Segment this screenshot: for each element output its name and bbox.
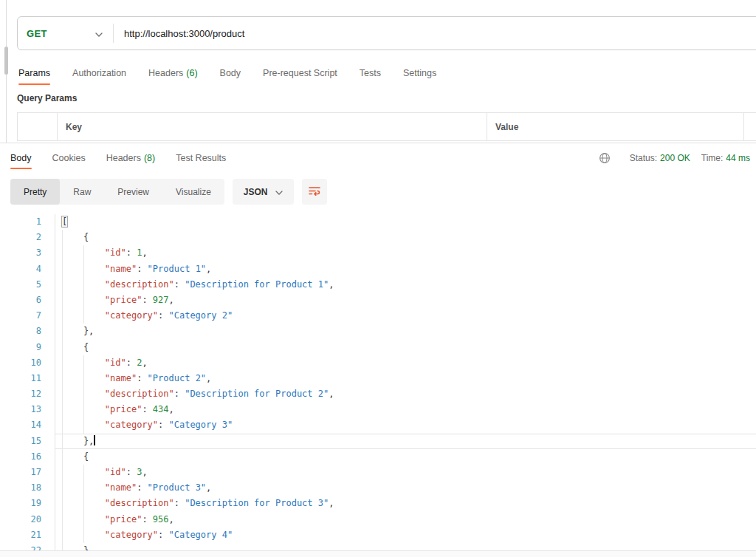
view-tab-visualize[interactable]: Visualize bbox=[162, 179, 224, 205]
param-checkbox-cell bbox=[18, 113, 58, 140]
indent-guide bbox=[62, 402, 63, 417]
wrap-text-icon bbox=[308, 184, 321, 199]
indent-guide bbox=[62, 496, 63, 511]
line-number: 20 bbox=[0, 512, 55, 527]
line-number: 18 bbox=[0, 480, 55, 496]
indent-guide bbox=[62, 480, 63, 496]
indent-guide bbox=[62, 465, 63, 480]
query-params-table-header: Key Value bbox=[17, 112, 756, 141]
view-tab-preview[interactable]: Preview bbox=[104, 179, 162, 205]
line-number: 4 bbox=[0, 262, 55, 277]
line-content: { bbox=[55, 449, 756, 465]
indent-guide bbox=[83, 262, 84, 277]
tab-label: Authorization bbox=[72, 68, 126, 78]
indent-guide bbox=[83, 355, 84, 371]
format-selector[interactable]: JSON bbox=[233, 179, 294, 205]
tab-label: Pre-request Script bbox=[263, 68, 337, 78]
url-input[interactable]: http://localhost:3000/product bbox=[114, 28, 756, 39]
request-tab-settings[interactable]: Settings bbox=[403, 62, 436, 84]
line-number: 5 bbox=[0, 277, 55, 293]
response-view-toolbar: PrettyRawPreviewVisualize JSON bbox=[10, 179, 327, 205]
indent-guide bbox=[62, 230, 63, 245]
tab-label: Headers bbox=[106, 153, 141, 163]
indent-guide bbox=[62, 308, 63, 324]
code-line: 12 "description": "Description for Produ… bbox=[0, 386, 756, 402]
response-meta: Status: 200 OK Time: 44 ms bbox=[599, 148, 750, 168]
line-number: 14 bbox=[0, 417, 55, 433]
wrap-text-button[interactable] bbox=[302, 179, 327, 205]
indent-guide bbox=[83, 527, 84, 543]
code-line: 14 "category": "Category 3" bbox=[0, 417, 756, 433]
indent-guide bbox=[83, 308, 84, 324]
request-url-bar: GET http://localhost:3000/product bbox=[17, 16, 756, 50]
line-number: 7 bbox=[0, 308, 55, 324]
line-content: "name": "Product 2", bbox=[55, 371, 756, 386]
status-value: 200 OK bbox=[660, 153, 690, 163]
indent-guide bbox=[62, 543, 63, 550]
indent-guide bbox=[83, 496, 84, 511]
code-line: 1[ bbox=[0, 214, 756, 230]
indent-guide bbox=[62, 262, 63, 277]
tab-label: Settings bbox=[403, 68, 436, 78]
line-content: "description": "Description for Product … bbox=[55, 386, 756, 402]
line-number: 12 bbox=[0, 386, 55, 402]
request-tab-body[interactable]: Body bbox=[220, 62, 241, 84]
response-tab-headers[interactable]: Headers(8) bbox=[106, 148, 156, 168]
line-content: } bbox=[55, 543, 756, 550]
request-tab-authorization[interactable]: Authorization bbox=[72, 62, 126, 84]
code-line: 19 "description": "Description for Produ… bbox=[0, 496, 756, 511]
time-value: 44 ms bbox=[726, 153, 750, 163]
request-tab-headers[interactable]: Headers(6) bbox=[148, 62, 198, 84]
line-number: 16 bbox=[0, 449, 55, 465]
format-label: JSON bbox=[244, 187, 268, 197]
indent-guide bbox=[62, 245, 63, 261]
code-line: 7 "category": "Category 2" bbox=[0, 308, 756, 324]
code-line: 11 "name": "Product 2", bbox=[0, 371, 756, 386]
response-tab-test-results[interactable]: Test Results bbox=[176, 148, 226, 168]
response-tab-cookies[interactable]: Cookies bbox=[52, 148, 86, 168]
tab-label: Body bbox=[220, 68, 241, 78]
code-line: 16 { bbox=[0, 449, 756, 465]
code-line: 18 "name": "Product 3", bbox=[0, 480, 756, 496]
request-tab-params[interactable]: Params bbox=[18, 62, 50, 84]
indent-guide bbox=[62, 355, 63, 371]
line-content: }, bbox=[55, 434, 756, 449]
network-globe-icon[interactable] bbox=[599, 152, 611, 164]
response-tabs: BodyCookiesHeaders(8)Test Results bbox=[10, 148, 226, 168]
view-tab-pretty[interactable]: Pretty bbox=[10, 179, 60, 205]
indent-guide bbox=[62, 293, 63, 308]
indent-guide bbox=[62, 324, 63, 339]
indent-guide bbox=[83, 371, 84, 386]
line-content: "description": "Description for Product … bbox=[55, 277, 756, 293]
view-tab-raw[interactable]: Raw bbox=[60, 179, 104, 205]
tab-label: Cookies bbox=[52, 153, 86, 163]
line-number: 9 bbox=[0, 340, 55, 355]
code-line: 5 "description": "Description for Produc… bbox=[0, 277, 756, 293]
sidebar-scrollbar-thumb[interactable] bbox=[4, 47, 8, 75]
tab-label: Body bbox=[10, 153, 32, 163]
request-tab-tests[interactable]: Tests bbox=[360, 62, 381, 84]
line-content: "id": 1, bbox=[55, 245, 756, 261]
indent-guide bbox=[83, 277, 84, 293]
line-content: "id": 2, bbox=[55, 355, 756, 371]
code-line: 4 "name": "Product 1", bbox=[0, 262, 756, 277]
chevron-down-icon bbox=[275, 187, 283, 197]
line-content: "name": "Product 3", bbox=[55, 480, 756, 496]
code-line: 6 "price": 927, bbox=[0, 293, 756, 308]
line-number: 10 bbox=[0, 355, 55, 371]
line-number: 15 bbox=[0, 434, 55, 449]
method-selector[interactable]: GET bbox=[18, 17, 113, 49]
view-mode-segmented-control: PrettyRawPreviewVisualize bbox=[10, 179, 224, 205]
tab-label: Headers bbox=[148, 68, 183, 78]
line-content: "price": 956, bbox=[55, 512, 756, 527]
time-label: Time: bbox=[701, 153, 724, 163]
line-number: 13 bbox=[0, 402, 55, 417]
text-cursor bbox=[94, 435, 95, 445]
response-tab-body[interactable]: Body bbox=[10, 148, 32, 168]
line-number: 2 bbox=[0, 230, 55, 245]
response-body-editor[interactable]: 1[2 {3 "id": 1,4 "name": "Product 1",5 "… bbox=[0, 213, 756, 550]
line-content: [ bbox=[55, 214, 756, 230]
tab-label: Tests bbox=[360, 68, 381, 78]
request-tab-pre-request-script[interactable]: Pre-request Script bbox=[263, 62, 337, 84]
line-content: "price": 434, bbox=[55, 402, 756, 417]
